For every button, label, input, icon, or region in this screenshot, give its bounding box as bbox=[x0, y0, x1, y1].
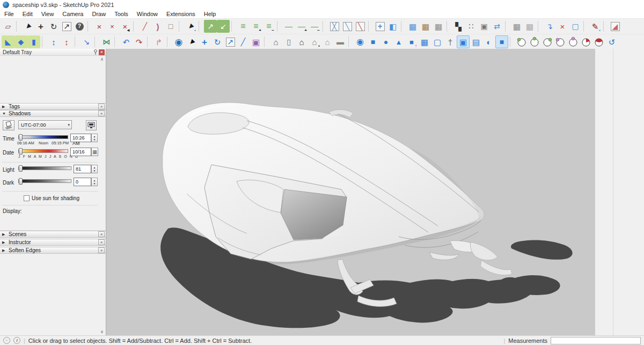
soften-edges[interactable]: ≡ bbox=[237, 20, 250, 33]
subd-quad-frame[interactable]: ▣ bbox=[457, 35, 470, 48]
subd-extrude[interactable]: ■↑ bbox=[405, 35, 418, 48]
crease-cycle[interactable]: ↺ bbox=[605, 35, 618, 48]
menu-tools[interactable]: Tools bbox=[110, 11, 133, 17]
time-slider[interactable] bbox=[18, 135, 68, 139]
dark-spinner[interactable]: ▲▼ bbox=[91, 178, 98, 186]
section-scenes[interactable]: ▶ Scenes × bbox=[0, 231, 106, 238]
spaceship-model[interactable] bbox=[106, 49, 595, 335]
select-gizmo[interactable]: ◄ bbox=[21, 20, 34, 33]
subd-frame[interactable]: ▢ bbox=[431, 35, 444, 48]
light-slider-thumb[interactable] bbox=[19, 165, 23, 172]
redo-curve[interactable]: ↷ bbox=[133, 35, 145, 48]
light-slider[interactable] bbox=[18, 166, 71, 170]
date-slider-thumb[interactable] bbox=[19, 148, 23, 155]
scale-gizmo[interactable]: ↗ bbox=[60, 20, 73, 33]
light-value-field[interactable]: 81 bbox=[74, 165, 91, 173]
uv-copy[interactable]: ▣ bbox=[478, 20, 491, 33]
insert-diagonals[interactable]: ╲ bbox=[341, 20, 354, 33]
project-down[interactable]: ▮ bbox=[27, 35, 40, 48]
crease-sphere-open[interactable] bbox=[515, 35, 528, 48]
view-front[interactable]: ⌂ bbox=[295, 35, 308, 48]
view-plan[interactable]: ⌂ bbox=[321, 35, 334, 48]
tray-close-icon[interactable]: × bbox=[99, 49, 105, 55]
view-side[interactable]: ▬ bbox=[334, 35, 347, 48]
view-back[interactable]: ▯ bbox=[282, 35, 295, 48]
make-curve[interactable]: ) bbox=[151, 20, 164, 33]
use-sun-checkbox[interactable]: Use sun for shading bbox=[24, 195, 79, 201]
crease-sphere-right[interactable] bbox=[541, 35, 554, 48]
uncrease-sphere-open[interactable] bbox=[554, 35, 567, 48]
unsoften-less[interactable]: —− bbox=[308, 20, 321, 33]
shrink-selection[interactable]: ↙ bbox=[217, 20, 230, 33]
uv-flip[interactable]: ⇄ bbox=[491, 20, 503, 33]
menu-edit[interactable]: Edit bbox=[18, 11, 37, 17]
fold-face[interactable]: ◢ bbox=[609, 20, 621, 33]
scroll-up-icon[interactable]: ∧ bbox=[100, 57, 104, 62]
uv-texture-blob[interactable]: ▦ bbox=[432, 20, 445, 33]
raise-vertices[interactable]: ↕ bbox=[47, 35, 60, 48]
triangulate-quads[interactable]: ╳ bbox=[328, 20, 341, 33]
corner-loop[interactable]: ▢ bbox=[569, 20, 582, 33]
subd-half-sphere[interactable]: ◐ bbox=[482, 35, 495, 48]
menu-view[interactable]: View bbox=[37, 11, 58, 17]
light-spinner[interactable]: ▲▼ bbox=[91, 165, 98, 173]
uv-texture-brick[interactable]: ▦ bbox=[419, 20, 432, 33]
uncrease-sphere-top[interactable] bbox=[567, 35, 580, 48]
move-tool-main[interactable]: + bbox=[198, 35, 211, 48]
time-slider-thumb[interactable] bbox=[19, 134, 23, 141]
draw-quad-pencil[interactable]: ✎▪ bbox=[589, 20, 602, 33]
menu-camera[interactable]: Camera bbox=[58, 11, 87, 17]
spinner-down-icon[interactable]: ▼ bbox=[93, 169, 96, 172]
display-shadows-button[interactable] bbox=[86, 120, 97, 130]
spinner-down-icon[interactable]: ▼ bbox=[93, 182, 96, 185]
menu-extensions[interactable]: Extensions bbox=[162, 11, 200, 17]
rotate-gizmo[interactable]: ↻ bbox=[47, 20, 60, 33]
grow-selection[interactable]: ↗ bbox=[204, 20, 217, 33]
view-iso[interactable]: ⌂ bbox=[269, 35, 282, 48]
flatten-to-plane[interactable]: ◣ bbox=[2, 35, 14, 48]
scroll-down-icon[interactable]: ∨ bbox=[100, 329, 104, 334]
uv-mapping-grid[interactable]: ▦ bbox=[406, 20, 419, 33]
dark-slider-thumb[interactable] bbox=[19, 178, 23, 185]
select-tool-main[interactable]: ◄ bbox=[185, 35, 198, 48]
dark-slider[interactable] bbox=[18, 179, 71, 183]
undo-curve[interactable]: ↶ bbox=[120, 35, 133, 48]
dark-value-field[interactable]: 0 bbox=[74, 178, 91, 186]
crease-sphere-cap[interactable] bbox=[592, 35, 605, 48]
remove-diagonals[interactable]: ╲ bbox=[354, 20, 367, 33]
subd-shield[interactable]: ◉ bbox=[354, 35, 367, 48]
vertex-tools-polygon[interactable]: ▱ bbox=[2, 20, 14, 33]
make-planar[interactable]: □ bbox=[164, 20, 177, 33]
section-soften-edges[interactable]: ▶ Soften Edges × bbox=[0, 247, 106, 254]
time-spinner[interactable]: ▲▼ bbox=[91, 134, 98, 142]
unsoften-edges[interactable]: — bbox=[282, 20, 295, 33]
flatten-normal[interactable]: ◆ bbox=[14, 35, 27, 48]
help-button[interactable]: ? bbox=[73, 20, 86, 33]
section-shadows[interactable]: ▼ Shadows × bbox=[0, 110, 106, 117]
merge-to-center[interactable]: × bbox=[106, 20, 119, 33]
menu-file[interactable]: File bbox=[0, 11, 18, 17]
calendar-button[interactable]: ▦ bbox=[91, 148, 98, 156]
section-instructor[interactable]: ▶ Instructor × bbox=[0, 239, 106, 246]
tray-scrollbar[interactable]: ∧ ∨ bbox=[99, 57, 105, 334]
timezone-select[interactable]: UTC-07:00 ▾ bbox=[18, 120, 72, 129]
geolocation-icon[interactable]: ◦ bbox=[3, 337, 10, 344]
pin-icon[interactable] bbox=[92, 49, 99, 55]
subd-knife[interactable]: † bbox=[444, 35, 457, 48]
date-slider[interactable] bbox=[18, 149, 68, 153]
merge-vertices[interactable]: × bbox=[93, 20, 106, 33]
crease-sphere-top[interactable] bbox=[528, 35, 541, 48]
section-tags[interactable]: ▶ Tags × bbox=[0, 103, 106, 110]
tray-header[interactable]: Default Tray × bbox=[0, 49, 106, 56]
quad-corner-fill[interactable]: ◧ bbox=[386, 20, 399, 33]
subd-tent[interactable]: ▲ bbox=[392, 35, 405, 48]
info-icon[interactable]: i bbox=[13, 337, 20, 344]
flow-connect[interactable]: ↴ bbox=[543, 20, 556, 33]
select-vertices[interactable]: ◄▪ bbox=[184, 20, 197, 33]
make-collinear[interactable]: ╱ bbox=[138, 20, 151, 33]
grid-tool-b[interactable]: ▦ bbox=[523, 20, 536, 33]
subd-fold-strips[interactable]: ▤ bbox=[470, 35, 482, 48]
move-gizmo[interactable]: + bbox=[34, 20, 47, 33]
extension-flip[interactable]: ↱ bbox=[152, 35, 165, 48]
subd-grid-box[interactable]: ▦ bbox=[418, 35, 431, 48]
